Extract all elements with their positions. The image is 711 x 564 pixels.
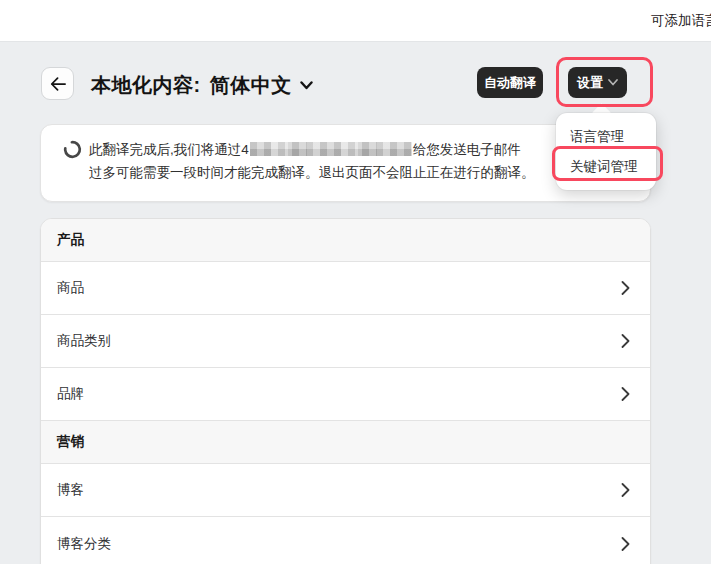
chevron-right-icon <box>621 281 630 295</box>
banner-line1-before: 此翻译完成后,我们将通过4 <box>89 142 249 157</box>
page-title-prefix: 本地化内容: <box>91 72 201 99</box>
banner-line1: 此翻译完成后,我们将通过4给您发送电子邮件 <box>89 138 535 161</box>
menu-item-language-management[interactable]: 语言管理 <box>556 122 656 152</box>
banner-line1-after: 给您发送电子邮件 <box>413 142 521 157</box>
list-item-blogs[interactable]: 博客 <box>41 464 650 517</box>
menu-item-keyword-management[interactable]: 关键词管理 <box>556 152 656 182</box>
list-item-label: 品牌 <box>57 385 84 403</box>
list-item-products[interactable]: 商品 <box>41 262 650 315</box>
auto-translate-label: 自动翻译 <box>484 74 536 92</box>
section-header-label: 产品 <box>57 231 84 249</box>
section-header-products: 产品 <box>41 219 650 262</box>
chevron-down-icon <box>608 79 618 86</box>
language-selector-label: 简体中文 <box>210 72 292 99</box>
back-button[interactable] <box>41 67 74 100</box>
settings-button[interactable]: 设置 <box>568 67 627 98</box>
chevron-right-icon <box>621 537 630 551</box>
auto-translate-button[interactable]: 自动翻译 <box>477 67 543 98</box>
topbar: 可添加语言 <box>0 0 711 42</box>
banner-text: 此翻译完成后,我们将通过4给您发送电子邮件 过多可能需要一段时间才能完成翻译。退… <box>89 138 535 184</box>
section-header-marketing: 营销 <box>41 421 650 464</box>
list-item-label: 博客分类 <box>57 535 111 553</box>
menu-item-label: 语言管理 <box>570 128 624 146</box>
list-item-label: 商品 <box>57 279 84 297</box>
list-item-label: 商品类别 <box>57 332 111 350</box>
settings-dropdown-menu: 语言管理 关键词管理 <box>556 113 656 190</box>
content-list-card: 产品 商品 商品类别 品牌 营销 博客 博客分类 <box>40 218 651 564</box>
list-item-brands[interactable]: 品牌 <box>41 368 650 421</box>
section-header-label: 营销 <box>57 433 84 451</box>
chevron-right-icon <box>621 483 630 497</box>
add-language-link[interactable]: 可添加语言 <box>651 12 711 30</box>
list-item-product-categories[interactable]: 商品类别 <box>41 315 650 368</box>
settings-label: 设置 <box>577 74 603 92</box>
chevron-down-icon <box>300 81 313 90</box>
list-item-blog-categories[interactable]: 博客分类 <box>41 517 650 564</box>
page-title: 本地化内容: 简体中文 <box>91 72 313 99</box>
language-selector[interactable]: 简体中文 <box>210 72 313 99</box>
localization-page: { "topbar": { "add_language_label": "可添加… <box>0 0 711 564</box>
menu-item-label: 关键词管理 <box>570 158 638 176</box>
back-arrow-icon <box>48 74 68 94</box>
list-item-label: 博客 <box>57 481 84 499</box>
chevron-right-icon <box>621 334 630 348</box>
redacted-email <box>250 142 412 156</box>
chevron-right-icon <box>621 387 630 401</box>
banner-line2: 过多可能需要一段时间才能完成翻译。退出页面不会阻止正在进行的翻译。 <box>89 161 535 184</box>
spinner-icon <box>63 140 82 163</box>
